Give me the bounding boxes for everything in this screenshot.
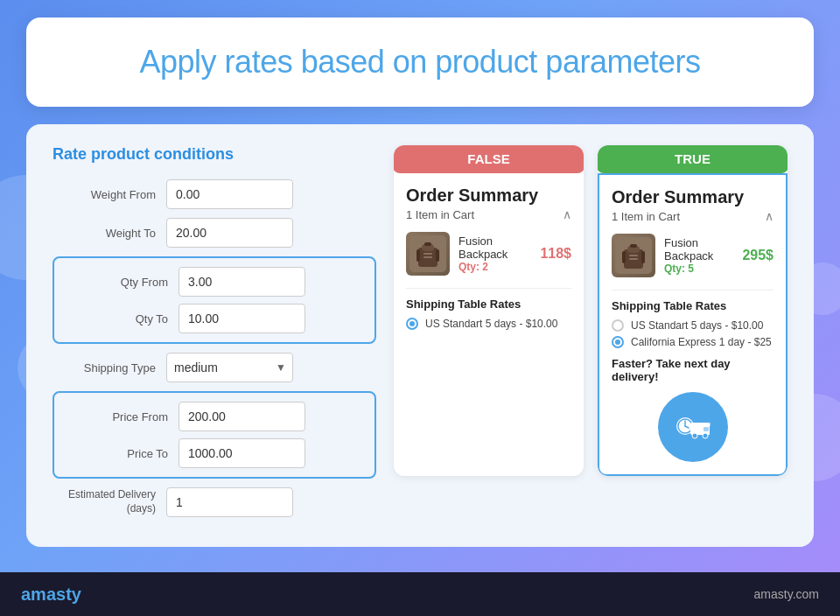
faster-delivery-text: Faster? Take next day delivery! [612, 357, 774, 383]
true-shipping-option-2[interactable]: California Express 1 day - $25 [612, 336, 774, 348]
svg-rect-11 [630, 244, 637, 248]
footer: amasty amasty.com [0, 572, 840, 616]
shipping-type-select[interactable]: medium small large [166, 353, 293, 382]
svg-rect-22 [704, 427, 709, 431]
false-shipping-option-1-label: US Standart 5 days - $10.00 [425, 318, 557, 330]
true-shipping-option-1[interactable]: US Standart 5 days - $10.00 [612, 319, 774, 332]
false-product-image [406, 232, 450, 276]
false-product-price: 118$ [540, 246, 571, 262]
false-order-subtitle: 1 Item in Cart ∧ [406, 207, 571, 221]
weight-to-input[interactable] [166, 218, 293, 248]
false-product-row: Fusion Backpack Qty: 2 118$ [406, 232, 571, 276]
true-badge: TRUE [598, 145, 788, 173]
title-card: Apply rates based on product parameters [26, 18, 814, 107]
radio-btn-true-1 [612, 319, 624, 332]
qty-to-input[interactable] [178, 304, 305, 333]
weight-from-input[interactable] [166, 179, 293, 209]
true-shipping-option-2-label: California Express 1 day - $25 [631, 336, 772, 348]
svg-rect-13 [629, 258, 638, 260]
false-items-in-cart: 1 Item in Cart [406, 208, 474, 221]
weight-from-label: Weight From [52, 188, 166, 201]
footer-brand: amasty [21, 584, 81, 605]
svg-rect-7 [436, 249, 439, 262]
true-panel-body: Order Summary 1 Item in Cart ∧ [598, 173, 788, 476]
chevron-up-icon-true: ∧ [765, 209, 774, 223]
svg-rect-5 [424, 256, 432, 258]
false-product-info: Fusion Backpack Qty: 2 [458, 234, 531, 273]
true-items-in-cart: 1 Item in Cart [612, 210, 680, 223]
false-panel: FALSE Order Summary 1 Item in Cart ∧ [394, 145, 584, 476]
conditions-panel: Rate product conditions Weight From Weig… [52, 145, 376, 526]
true-product-price: 295$ [742, 248, 774, 263]
false-panel-body: Order Summary 1 Item in Cart ∧ [394, 173, 584, 346]
false-badge: FALSE [394, 145, 584, 173]
shipping-type-select-wrapper: medium small large ▼ [166, 353, 293, 382]
false-shipping-section: Shipping Table Rates US Standart 5 days … [406, 288, 571, 330]
weight-to-row: Weight To [52, 218, 376, 248]
price-group-box: Price From Price To [52, 391, 376, 479]
qty-from-row: Qty From [65, 267, 364, 297]
qty-group-box: Qty From Qty To [52, 256, 376, 344]
true-product-image [612, 234, 655, 277]
footer-brand-text: amasty [21, 584, 81, 604]
price-from-label: Price From [65, 410, 178, 424]
svg-rect-4 [424, 253, 432, 255]
svg-rect-12 [629, 255, 638, 256]
est-delivery-row: Estimated Delivery (days) [52, 487, 376, 517]
content-area: Rate product conditions Weight From Weig… [26, 124, 814, 547]
chevron-up-icon-false: ∧ [563, 207, 571, 221]
footer-url: amasty.com [754, 587, 819, 601]
price-to-input[interactable] [178, 438, 305, 468]
true-product-name: Fusion Backpack [664, 236, 733, 262]
shipping-type-row: Shipping Type medium small large ▼ [52, 353, 376, 382]
delivery-circle [658, 392, 728, 462]
true-product-info: Fusion Backpack Qty: 5 [664, 236, 733, 275]
svg-point-23 [692, 433, 697, 438]
true-panel: TRUE Order Summary 1 Item in Cart ∧ [598, 145, 788, 476]
radio-btn-false-1 [406, 318, 418, 330]
true-order-title: Order Summary [612, 187, 774, 207]
true-shipping-title: Shipping Table Rates [612, 299, 774, 312]
weight-to-label: Weight To [52, 227, 166, 240]
est-delivery-input[interactable] [166, 487, 293, 517]
svg-rect-3 [424, 242, 431, 246]
weight-from-row: Weight From [52, 179, 376, 209]
price-to-label: Price To [65, 447, 178, 460]
price-from-row: Price From [65, 402, 364, 431]
false-product-qty: Qty: 2 [458, 261, 531, 273]
false-shipping-option-1[interactable]: US Standart 5 days - $10.00 [406, 318, 571, 330]
false-order-title: Order Summary [406, 186, 571, 206]
qty-to-row: Qty To [65, 304, 364, 333]
qty-to-label: Qty To [65, 312, 178, 326]
panels-area: FALSE Order Summary 1 Item in Cart ∧ [394, 145, 788, 476]
false-product-name: Fusion Backpack [458, 234, 531, 261]
true-order-subtitle: 1 Item in Cart ∧ [612, 209, 774, 223]
false-shipping-title: Shipping Table Rates [406, 298, 571, 311]
price-to-row: Price To [65, 438, 364, 468]
svg-rect-14 [622, 251, 626, 263]
est-delivery-label: Estimated Delivery (days) [52, 488, 166, 515]
qty-from-label: Qty From [65, 276, 178, 289]
delivery-icon-area [612, 392, 774, 462]
svg-point-24 [703, 433, 708, 438]
true-product-row: Fusion Backpack Qty: 5 295$ [612, 234, 774, 277]
svg-rect-6 [416, 249, 420, 262]
true-product-qty: Qty: 5 [664, 262, 733, 275]
conditions-heading: Rate product conditions [52, 145, 376, 164]
qty-from-input[interactable] [178, 267, 305, 297]
price-from-input[interactable] [178, 402, 305, 431]
true-shipping-option-1-label: US Standart 5 days - $10.00 [631, 319, 763, 332]
page-title: Apply rates based on product parameters [44, 44, 796, 80]
shipping-type-label: Shipping Type [52, 361, 166, 374]
radio-btn-true-2 [612, 336, 624, 348]
svg-rect-15 [641, 251, 645, 263]
true-shipping-section: Shipping Table Rates US Standart 5 days … [612, 290, 774, 462]
